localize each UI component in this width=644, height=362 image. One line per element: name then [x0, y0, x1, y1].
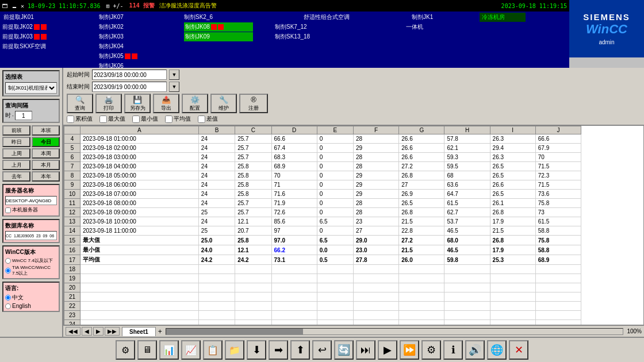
time-value-input[interactable]: [15, 111, 32, 120]
equip-jk09[interactable]: 制剂JK09: [184, 32, 253, 41]
equip-comfort-ac[interactable]: 舒适性组合式空调: [304, 13, 378, 21]
btn-this-shift[interactable]: 本班: [32, 125, 60, 136]
btn-this-week[interactable]: 本周: [32, 148, 60, 159]
bottom-btn-11[interactable]: 🔄: [334, 340, 354, 360]
table-row: 18: [64, 265, 581, 274]
btn-yesterday[interactable]: 昨日: [2, 137, 30, 147]
action-buttons-row: 🔍查询 🖨️打印 💾另存为 📤导出 ⚙️配置 🔧维: [67, 94, 641, 113]
bottom-btn-17[interactable]: 🔊: [465, 340, 485, 360]
spreadsheet-container[interactable]: A B C D E F G H I J 42023-09-: [63, 125, 644, 325]
end-date-picker[interactable]: ▼: [169, 82, 179, 92]
sheet-nav-last[interactable]: ▶▶: [105, 327, 120, 336]
start-date-input[interactable]: [92, 70, 167, 80]
time-section: 查询间隔 时 ·: [2, 99, 60, 123]
register-button[interactable]: ®注册: [239, 94, 268, 113]
local-server-label: 本机服务器: [12, 206, 38, 214]
equip-jk04[interactable]: 制剂JK04: [99, 43, 156, 51]
db-name-input[interactable]: [5, 231, 57, 240]
col-header-a: A: [80, 126, 199, 134]
btn-this-year[interactable]: 本年: [32, 171, 60, 182]
bottom-btn-2[interactable]: 🖥: [137, 340, 157, 360]
lang-en-radio[interactable]: [5, 303, 11, 309]
window-controls[interactable]: 🗔 🗕 ✕: [2, 3, 24, 9]
search-button[interactable]: 🔍查询: [67, 94, 93, 113]
equip-jk03[interactable]: 前提取JK03: [2, 33, 60, 41]
bottom-btn-14[interactable]: ⏩: [400, 340, 419, 360]
cb-min[interactable]: 最小值: [132, 115, 158, 123]
wincc-title: WinCC版本: [5, 248, 57, 256]
equip-sk2-6[interactable]: 制剂SK2_6: [184, 13, 253, 21]
wincc-v2-radio[interactable]: [5, 268, 11, 274]
saveas-button[interactable]: 💾另存为: [124, 94, 151, 113]
equip-jk05[interactable]: 制剂JK05: [99, 52, 156, 60]
bottom-btn-13[interactable]: ▶: [378, 340, 397, 360]
table-row: 92023-09-18 06:00:002425.8710292763.626.…: [64, 180, 581, 190]
bottom-btn-12[interactable]: ⏭: [356, 340, 375, 360]
start-date-picker[interactable]: ▼: [169, 70, 179, 80]
equip-row-2: 前提取JK02 制剂JK02 制剂JK08 制剂SK7_12 一体机: [2, 22, 567, 32]
equip-jk01[interactable]: 前提取JK01: [2, 13, 60, 22]
db-section: 数据库名称: [2, 219, 60, 243]
equip-jk03b[interactable]: 制剂JK03: [99, 33, 156, 41]
bottom-btn-8[interactable]: ➡: [269, 340, 288, 360]
wincc-v1-label: WinCC 7.4以及以下: [12, 257, 53, 264]
equip-jk07[interactable]: 制剂JK07: [99, 13, 156, 21]
col-header-i: I: [490, 126, 535, 134]
equip-jk08[interactable]: 制剂JK08: [184, 22, 253, 32]
bottom-btn-5[interactable]: 📋: [203, 340, 223, 360]
siemens-logo: SIEMENS: [583, 12, 630, 22]
maintain-button[interactable]: 🔧维护: [210, 94, 237, 113]
local-server-checkbox[interactable]: [5, 207, 11, 213]
sheet-nav-prev[interactable]: ◀: [82, 327, 92, 336]
table-row: 62023-09-18 03:00:002425.768.302826.659.…: [64, 153, 581, 162]
sheet-nav-first[interactable]: ◀◀: [66, 327, 80, 336]
export-button[interactable]: 📤导出: [153, 94, 179, 113]
cb-cumulative[interactable]: 累积值: [67, 115, 93, 123]
bottom-btn-7[interactable]: ⬇: [247, 340, 266, 360]
end-date-input[interactable]: [92, 82, 167, 92]
btn-last-week[interactable]: 上周: [2, 148, 30, 159]
config-button[interactable]: ⚙️配置: [182, 94, 208, 113]
sheet-tab-sheet1[interactable]: Sheet1: [122, 327, 156, 336]
wincc-v1-radio[interactable]: [5, 258, 11, 264]
bottom-btn-10[interactable]: ↩: [312, 340, 332, 360]
bottom-btn-16[interactable]: ℹ: [443, 340, 463, 360]
equip-cold-room[interactable]: 冷冻机房: [480, 13, 526, 22]
btn-this-month[interactable]: 本月: [32, 160, 60, 170]
equip-jk1[interactable]: 制剂JK1: [412, 13, 458, 21]
equip-all-in-one[interactable]: 一体机: [406, 23, 452, 31]
print-button[interactable]: 🖨️打印: [95, 94, 122, 113]
equip-skxf[interactable]: 前提取SKXF空调: [2, 43, 71, 51]
bottom-btn-3[interactable]: 📊: [159, 340, 179, 360]
btn-last-month[interactable]: 上月: [2, 160, 30, 170]
bottom-toolbar: ⚙ 🖥 📊 📈 📋 📁 ⬇ ➡ ⬆ ↩ 🔄 ⏭ ▶ ⏩ ⚙ ℹ 🔊 🌐 ✕: [0, 337, 644, 362]
bottom-btn-6[interactable]: 📁: [225, 340, 244, 360]
lang-cn-radio[interactable]: [5, 295, 11, 301]
sheet-nav-next[interactable]: ▶: [93, 327, 103, 336]
bottom-btn-4[interactable]: 📈: [181, 340, 201, 360]
bottom-btn-1[interactable]: ⚙: [116, 340, 135, 360]
bottom-btn-9[interactable]: ⬆: [290, 340, 310, 360]
bottom-btn-15[interactable]: ⚙: [421, 340, 441, 360]
report-select[interactable]: 制(JK01)机组报表: [5, 82, 57, 94]
btn-prev-shift[interactable]: 前班: [2, 125, 30, 136]
server-name-input[interactable]: [5, 196, 57, 205]
cb-avg[interactable]: 平均值: [165, 115, 191, 123]
equip-jk02b[interactable]: 制剂JK02: [99, 23, 156, 31]
equip-sk13-18[interactable]: 制剂SK13_18: [275, 33, 332, 41]
btn-today[interactable]: 今日: [32, 137, 60, 147]
report-select-section: 选报表 制(JK01)机组报表: [2, 70, 60, 97]
add-sheet-button[interactable]: +: [158, 328, 162, 336]
equip-sk7-12[interactable]: 制剂SK7_12: [275, 23, 332, 31]
cb-diff[interactable]: 差值: [198, 115, 218, 123]
zoom-control[interactable]: ⊞ +/-: [106, 3, 124, 9]
bottom-btn-19[interactable]: ✕: [509, 340, 528, 360]
wincc-section: WinCC版本 WinCC 7.4以及以下 TIA WinCC/WinCC 7.…: [2, 245, 60, 279]
bottom-btn-18[interactable]: 🌐: [487, 340, 507, 360]
cb-max[interactable]: 最大值: [99, 115, 125, 123]
equip-jk02[interactable]: 前提取JK02: [2, 23, 60, 31]
col-header-f: F: [354, 126, 399, 134]
col-header-e: E: [317, 126, 353, 134]
col-header-g: G: [399, 126, 444, 134]
btn-last-year[interactable]: 去年: [2, 171, 30, 182]
